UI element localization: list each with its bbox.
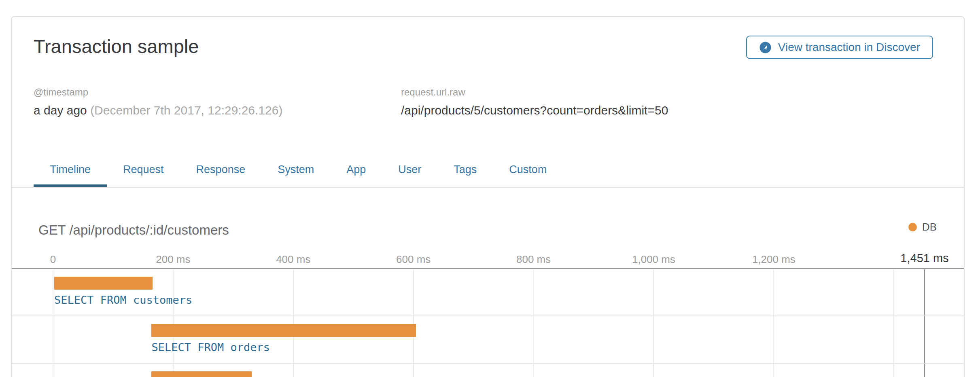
span-label[interactable]: SELECT FROM orders [151,341,270,354]
axis-tick-label: 1,000 ms [632,253,675,265]
axis-tick-label: 800 ms [516,253,551,265]
span-bar[interactable] [54,277,153,290]
axis-gridline [893,269,894,377]
axis-gridline [173,269,174,377]
transaction-duration-marker [924,269,925,377]
span-bar[interactable] [151,324,416,337]
axis-tick-label: 200 ms [156,253,190,265]
axis-total-label: 1,451 ms [900,252,948,264]
axis-tick-label: 0 [50,253,56,265]
axis-gridline [653,269,654,377]
span-bar[interactable] [151,371,252,377]
time-axis-line [12,268,964,269]
axis-gridline [53,269,53,377]
axis-gridline [413,269,414,377]
axis-gridline [773,269,774,377]
span-label[interactable]: SELECT FROM customers [54,294,192,306]
axis-tick-label: 1,200 ms [752,253,795,265]
axis-gridline [533,269,534,377]
axis-tick-label: 600 ms [396,253,431,265]
row-divider [12,316,964,316]
transaction-sample-panel: Transaction sample View transaction in D… [11,16,965,377]
axis-tick-label: 400 ms [276,253,310,265]
row-divider [12,363,964,364]
axis-gridline [293,269,294,377]
waterfall-chart: 0200 ms400 ms600 ms800 ms1,000 ms1,200 m… [12,17,964,377]
